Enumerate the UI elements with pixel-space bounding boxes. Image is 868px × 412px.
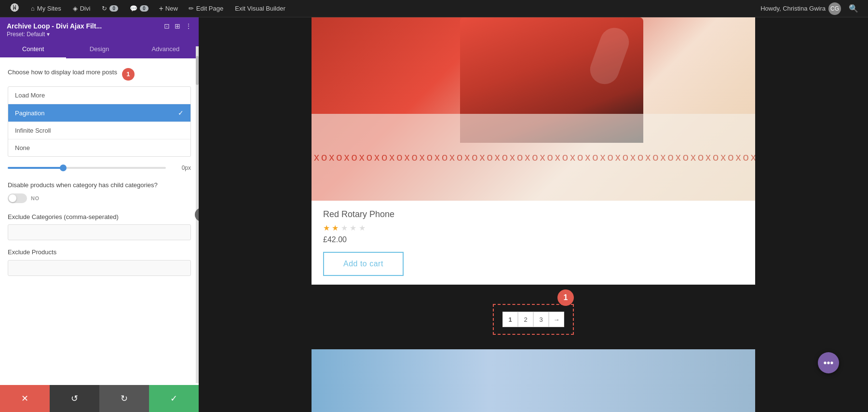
option-infinite-scroll[interactable]: Infinite Scroll [8,122,190,139]
disable-products-row: Disable products when category has child… [8,181,191,203]
product-image-container: xoxoxoxoxoxoxoxoxoxoxoxoxoxoxoxoxoxoxoxo… [199,17,868,201]
divi-item[interactable]: ◈ Divi [68,0,95,17]
save-button[interactable]: ✓ [149,385,199,412]
grid-icon[interactable]: ⊞ [175,22,180,30]
panel-preset[interactable]: Preset: Default [7,31,192,38]
slider-value: 0px [172,165,191,171]
page-btn-2[interactable]: 2 [518,312,533,327]
exclude-cats-label: Exclude Categories (comma-seperated) [8,213,191,221]
bottom-product-wrapper [199,349,868,412]
infinite-scroll-label: Infinite Scroll [15,127,51,134]
wp-logo-item[interactable]: 🅦 [6,0,24,17]
comment-icon: 💬 [130,5,137,12]
exit-builder-item[interactable]: Exit Visual Builder [230,0,290,17]
star-3: ★ [341,224,348,232]
my-sites-item[interactable]: ⌂ My Sites [26,0,66,17]
toggle-switch[interactable] [8,193,27,203]
panel-title-icons: ⊡ ⊞ ⋮ [164,22,192,30]
redo-icon: ↻ [121,393,128,404]
cancel-button[interactable]: ✕ [0,385,50,412]
add-to-cart-button[interactable]: Add to cart [323,252,404,276]
star-5: ★ [359,224,366,232]
panel-header: Archive Loop - Divi Ajax Filt... ⊡ ⊞ ⋮ P… [0,17,199,41]
page-btn-3[interactable]: 3 [533,312,549,327]
left-panel: Archive Loop - Divi Ajax Filt... ⊡ ⊞ ⋮ P… [0,17,199,412]
next-icon: → [554,316,560,323]
tab-content[interactable]: Content [0,41,66,58]
undo-icon: ↺ [71,393,78,404]
product-details: Red Rotary Phone ★ ★ ★ ★ ★ £42.00 Add to… [312,201,755,285]
pagination-box: 1 2 3 → [493,304,574,335]
redo-button[interactable]: ↻ [99,385,149,412]
right-content: xoxoxoxoxoxoxoxoxoxoxoxoxoxoxoxoxoxoxoxo… [199,17,868,412]
display-section-label: Choose how to display load more posts 1 [8,68,191,81]
product-stars: ★ ★ ★ ★ ★ [323,223,744,233]
wp-icon: 🅦 [11,3,19,14]
cancel-icon: ✕ [21,393,28,404]
divi-label: Divi [80,5,91,12]
exclude-products-input[interactable] [8,260,191,276]
update-icon: ↻ [102,5,107,12]
toggle-knob [9,194,16,202]
phone-highlight [586,24,633,88]
new-item[interactable]: + New [155,0,182,17]
panel-tabs: Content Design Advanced [0,41,199,58]
display-dropdown: Load More Pagination ✓ Infinite Scroll N… [8,86,191,157]
plus-icon: + [159,4,163,13]
updates-badge: 0 [109,5,118,12]
main-layout: Archive Loop - Divi Ajax Filt... ⊡ ⊞ ⋮ P… [0,17,868,412]
exit-label: Exit Visual Builder [235,5,285,12]
star-4: ★ [350,224,356,232]
exclude-cats-section: Exclude Categories (comma-seperated) [8,213,191,248]
bottom-toolbar: ✕ ↺ ↻ ✓ [0,385,199,412]
panel-content: Choose how to display load more posts 1 … [0,58,199,385]
panel-title: Archive Loop - Divi Ajax Filt... [7,22,102,30]
toggle-state-label: NO [31,195,40,201]
slider-thumb[interactable] [60,165,67,171]
exclude-products-section: Exclude Products [8,248,191,283]
fab-button[interactable]: ••• [818,352,839,373]
undo-button[interactable]: ↺ [50,385,99,412]
load-more-label: Load More [15,92,45,99]
panel-title-row: Archive Loop - Divi Ajax Filt... ⊡ ⊞ ⋮ [7,22,192,30]
tab-advanced[interactable]: Advanced [133,41,199,58]
slider-track[interactable] [8,167,166,169]
howdy-text: Howdy, Christina Gwira [760,5,826,12]
admin-bar-right: Howdy, Christina Gwira CG 🔍 [760,2,862,15]
tab-design[interactable]: Design [66,41,132,58]
fab-icon: ••• [823,357,833,369]
new-label: New [165,5,178,12]
save-icon: ✓ [170,393,177,404]
divi-icon: ◈ [73,5,78,12]
my-sites-label: My Sites [37,5,61,12]
bottom-product-image [312,349,755,412]
comments-badge: 0 [140,5,149,12]
check-icon: ✓ [178,109,184,117]
exclude-products-label: Exclude Products [8,248,191,257]
pagination-step-badge: 1 [557,289,574,306]
display-label-text: Choose how to display load more posts [8,68,117,77]
sites-icon: ⌂ [31,5,35,12]
edit-icon: ✏ [189,5,194,12]
pagination-inner: 1 2 3 → [502,312,564,327]
exclude-cats-input[interactable] [8,224,191,240]
product-details-wrapper: Red Rotary Phone ★ ★ ★ ★ ★ £42.00 Add to… [199,201,868,285]
updates-item[interactable]: ↻ 0 [97,0,123,17]
more-icon[interactable]: ⋮ [185,22,192,30]
edit-page-label: Edit Page [196,5,223,12]
edit-page-item[interactable]: ✏ Edit Page [184,0,228,17]
option-none[interactable]: None [8,139,190,156]
toggle-control: NO [8,193,191,203]
comments-item[interactable]: 💬 0 [125,0,153,17]
product-image: xoxoxoxoxoxoxoxoxoxoxoxoxoxoxoxoxoxoxoxo… [312,17,755,201]
howdy-item[interactable]: Howdy, Christina Gwira CG [760,2,841,15]
option-pagination[interactable]: Pagination ✓ [8,104,190,122]
page-btn-1[interactable]: 1 [502,312,518,327]
search-icon[interactable]: 🔍 [845,4,862,13]
step-badge-1: 1 [122,68,135,81]
expand-icon[interactable]: ⊡ [164,22,170,30]
page-next-btn[interactable]: → [549,312,564,327]
user-avatar: CG [828,2,841,15]
option-load-more[interactable]: Load More [8,87,190,104]
disable-label: Disable products when category has child… [8,181,191,190]
